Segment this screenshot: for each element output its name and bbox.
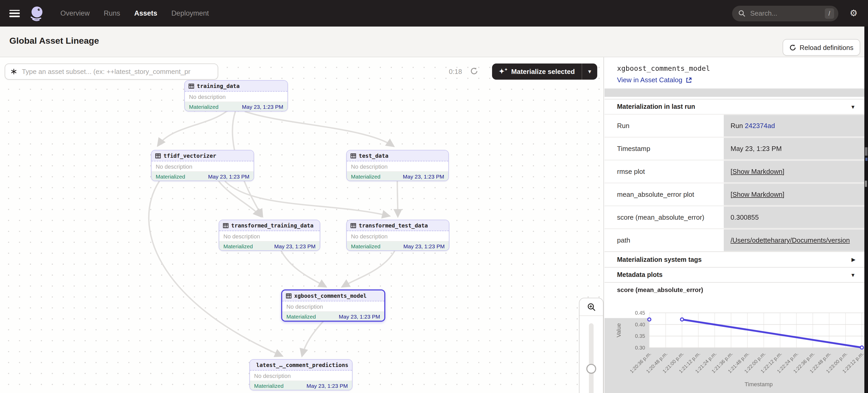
metadata-key: path	[604, 229, 724, 252]
run-id-link[interactable]: 242374ad	[745, 122, 775, 130]
materialization-timestamp: May 23, 1:23 PM	[403, 243, 445, 249]
asset-description: No description	[219, 231, 320, 241]
status-badge: Materialized	[189, 103, 218, 109]
asset-graph-icon	[10, 68, 17, 75]
metadata-value: 0.300855	[724, 206, 865, 229]
edge	[225, 181, 390, 216]
refresh-icon[interactable]	[470, 67, 478, 75]
table-icon	[155, 153, 161, 159]
asset-node-latest-comment-predictions[interactable]: latest_…_comment_predictions No descript…	[249, 359, 352, 390]
gear-icon[interactable]: ⚙	[850, 9, 858, 18]
metadata-table: Run Run 242374ad Timestamp May 23, 1:23 …	[604, 114, 865, 252]
section-materialization-system-tags[interactable]: Materialization system tags ▶	[604, 252, 865, 267]
metadata-key: Timestamp	[604, 137, 724, 160]
show-markdown-link[interactable]: [Show Markdown]	[731, 191, 784, 198]
svg-text:Value: Value	[616, 323, 622, 337]
asset-name: tfidf_vectorizer	[163, 153, 216, 159]
path-link[interactable]: /Users/odetteharary/Documents/version	[731, 236, 850, 244]
metadata-key: mean_absolute_error plot	[604, 183, 724, 206]
zoom-in-button[interactable]	[580, 298, 603, 316]
edge	[302, 321, 324, 356]
table-icon	[350, 223, 356, 228]
nav-tabs: Overview Runs Assets Deployment	[60, 9, 209, 17]
panel-asset-title: xgboost_comments_model	[617, 64, 710, 72]
page-title: Global Asset Lineage	[9, 36, 99, 46]
asset-description: No description	[347, 161, 448, 172]
materialization-timestamp: May 23, 1:23 PM	[403, 173, 444, 179]
chevron-down-icon: ▼	[850, 104, 856, 109]
asset-name: test_data	[359, 153, 389, 159]
zoom-controls	[579, 298, 603, 393]
asset-node-xgboost-comments-model[interactable]: xgboost_comments_model No description Ma…	[281, 289, 385, 322]
nav-tab-assets[interactable]: Assets	[134, 9, 157, 17]
search-input[interactable]	[749, 9, 825, 18]
materialization-timestamp: May 23, 1:23 PM	[274, 243, 315, 249]
asset-description: No description	[347, 231, 449, 241]
page-header: Global Asset Lineage Reload definitions	[0, 27, 868, 57]
table-row: mean_absolute_error plot [Show Markdown]	[604, 183, 865, 206]
section-materialization-in-last-run[interactable]: Materialization in last run ▼	[604, 99, 865, 114]
metadata-key: score (mean_absolute_error)	[604, 206, 724, 229]
external-link-icon	[685, 77, 692, 83]
table-row: rmse plot [Show Markdown]	[604, 160, 865, 183]
asset-name: latest_…_comment_predictions	[256, 362, 348, 368]
nav-tab-overview[interactable]: Overview	[60, 9, 90, 17]
asset-node-transformed-training-data[interactable]: transformed_training_data No description…	[219, 220, 320, 251]
reload-definitions-button[interactable]: Reload definitions	[782, 39, 860, 56]
zoom-slider	[580, 316, 603, 393]
edge	[397, 181, 398, 217]
metadata-value: May 23, 1:23 PM	[724, 137, 865, 160]
edge	[149, 181, 282, 356]
asset-node-transformed-test-data[interactable]: transformed_test_data No description Mat…	[346, 220, 450, 251]
dagster-logo[interactable]	[28, 5, 45, 22]
metadata-key: rmse plot	[604, 160, 724, 183]
materialization-timestamp: May 23, 1:23 PM	[242, 103, 283, 109]
section-label: Metadata plots	[617, 271, 662, 279]
edge	[219, 181, 261, 217]
asset-name: training_data	[197, 83, 240, 89]
hamburger-menu-icon[interactable]	[9, 10, 20, 17]
asset-node-tfidf-vectorizer[interactable]: tfidf_vectorizer No description Material…	[151, 150, 254, 181]
asset-node-test-data[interactable]: test_data No description MaterializedMay…	[346, 150, 449, 181]
asset-lineage-graph[interactable]: 0:18 ✦✦ Materialize selected ▼ training_…	[0, 57, 604, 393]
metadata-value: /Users/odetteharary/Documents/version	[724, 229, 865, 252]
sparkle-icon: ✦✦	[499, 68, 508, 75]
nav-tab-runs[interactable]: Runs	[104, 9, 120, 17]
top-nav: Overview Runs Assets Deployment / ⚙	[0, 0, 868, 27]
svg-text:0.45: 0.45	[635, 310, 645, 316]
materialize-selected-label: Materialize selected	[511, 68, 575, 75]
edge	[281, 251, 326, 287]
asset-subset-filter[interactable]	[5, 64, 218, 79]
svg-text:Timestamp: Timestamp	[745, 381, 773, 388]
metadata-key: Run	[604, 114, 724, 137]
section-label: Materialization in last run	[617, 103, 695, 110]
section-metadata-plots[interactable]: Metadata plots ▼	[604, 267, 865, 283]
catalog-link-label: View in Asset Catalog	[617, 76, 682, 84]
asset-subset-input[interactable]	[21, 67, 212, 76]
edge	[245, 111, 394, 146]
section-label: Materialization system tags	[617, 256, 702, 263]
table-icon	[188, 83, 194, 89]
refresh-timer: 0:18	[449, 68, 462, 75]
panel-divider-band	[604, 89, 865, 97]
materialize-selected-button[interactable]: ✦✦ Materialize selected	[492, 64, 582, 79]
asset-name: xgboost_comments_model	[294, 293, 367, 299]
zoom-slider-handle[interactable]	[586, 364, 596, 374]
materialize-dropdown-caret[interactable]: ▼	[582, 64, 597, 79]
view-in-asset-catalog-link[interactable]: View in Asset Catalog	[617, 76, 692, 84]
zoom-in-icon	[587, 302, 596, 312]
status-badge: Materialized	[351, 243, 380, 249]
zoom-slider-track[interactable]	[589, 323, 594, 393]
asset-description: No description	[282, 301, 384, 312]
asset-node-training-data[interactable]: training_data No description Materialize…	[184, 80, 288, 111]
nav-tab-deployment[interactable]: Deployment	[171, 9, 209, 17]
materialization-timestamp: May 23, 1:23 PM	[339, 313, 380, 319]
status-badge: Materialized	[351, 173, 380, 179]
materialization-timestamp: May 23, 1:23 PM	[306, 382, 348, 389]
svg-text:0.35: 0.35	[635, 333, 645, 339]
table-row: path /Users/odetteharary/Documents/versi…	[604, 229, 865, 252]
table-row: Timestamp May 23, 1:23 PM	[604, 137, 865, 160]
show-markdown-link[interactable]: [Show Markdown]	[731, 168, 784, 175]
global-search[interactable]: /	[732, 5, 838, 21]
status-badge: Materialized	[156, 173, 185, 179]
